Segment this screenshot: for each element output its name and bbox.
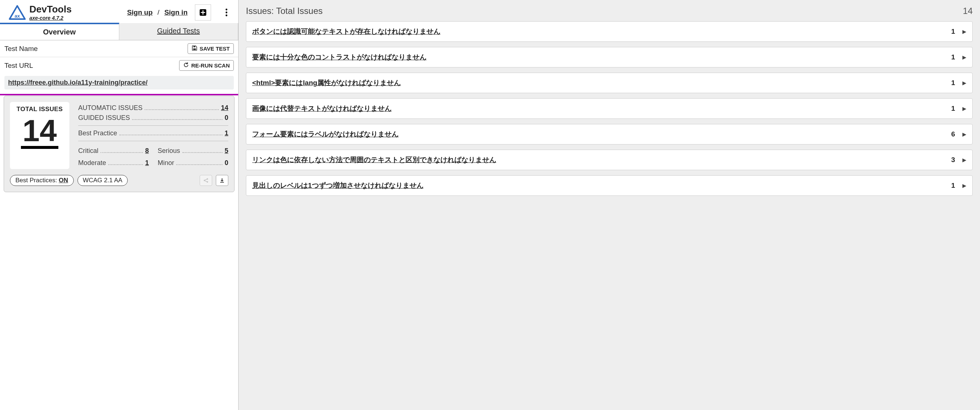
test-url-link[interactable]: https://freee.github.io/a11y-training/pr… xyxy=(8,79,148,86)
svg-point-9 xyxy=(207,181,208,183)
rerun-scan-label: RE-RUN SCAN xyxy=(191,62,230,68)
summary-footer: Best Practices: ON WCAG 2.1 AA xyxy=(10,175,228,186)
issue-count: 6 xyxy=(951,130,955,138)
guided-issues-label: GUIDED ISSUES xyxy=(78,114,130,122)
critical-label: Critical xyxy=(78,147,99,155)
svg-point-3 xyxy=(226,11,228,13)
auth-links: Sign up / Sign in xyxy=(127,8,188,16)
bp-toggle-state: ON xyxy=(59,177,68,184)
issue-title: 画像には代替テキストがなければなりません xyxy=(252,104,951,113)
minor-label: Minor xyxy=(158,159,174,167)
issue-title: フォーム要素にはラベルがなければなりません xyxy=(252,130,951,139)
left-pane: ax DevTools axe-core 4.7.2 Sign up / Sig… xyxy=(0,0,239,410)
chevron-right-icon: ▶ xyxy=(963,106,966,111)
issue-count: 1 xyxy=(951,104,955,112)
issue-count: 1 xyxy=(951,27,955,36)
axe-logo-icon: ax xyxy=(9,5,26,20)
issue-card[interactable]: 見出しのレベルは1つずつ増加させなければなりません1▶ xyxy=(246,175,973,196)
add-tab-button[interactable] xyxy=(195,5,211,21)
issues-header-count: 14 xyxy=(963,6,973,16)
issue-count: 1 xyxy=(951,53,955,61)
stats: AUTOMATIC ISSUES 14 GUIDED ISSUES 0 Best… xyxy=(78,102,228,169)
moderate-value[interactable]: 1 xyxy=(145,159,149,167)
best-practice-label: Best Practice xyxy=(78,130,117,137)
save-icon xyxy=(192,45,197,52)
bp-toggle-prefix: Best Practices: xyxy=(16,177,59,184)
svg-rect-5 xyxy=(193,48,196,50)
issue-title: ボタンには認識可能なテキストが存在しなければなりません xyxy=(252,27,951,36)
issue-count: 1 xyxy=(951,79,955,87)
issue-card[interactable]: フォーム要素にはラベルがなければなりません6▶ xyxy=(246,124,973,144)
test-name-label: Test Name xyxy=(5,45,38,53)
moderate-label: Moderate xyxy=(78,159,106,167)
issue-title: 見出しのレベルは1つずつ増加させなければなりません xyxy=(252,181,951,190)
refresh-icon xyxy=(183,62,189,69)
save-test-label: SAVE TEST xyxy=(200,46,230,52)
best-practices-toggle[interactable]: Best Practices: ON xyxy=(10,175,74,186)
summary-panel: TOTAL ISSUES 14 AUTOMATIC ISSUES 14 GUID… xyxy=(4,96,235,192)
test-name-row: Test Name SAVE TEST xyxy=(0,40,238,57)
chevron-right-icon: ▶ xyxy=(963,54,966,60)
rerun-scan-button[interactable]: RE-RUN SCAN xyxy=(179,60,234,71)
issues-header-label: Issues: Total Issues xyxy=(246,6,323,16)
automatic-issues-label: AUTOMATIC ISSUES xyxy=(78,104,142,112)
best-practice-value[interactable]: 1 xyxy=(224,130,228,137)
minor-value: 0 xyxy=(224,159,228,167)
chevron-right-icon: ▶ xyxy=(963,131,966,137)
test-url-label: Test URL xyxy=(5,62,33,70)
tabs: Overview Guided Tests xyxy=(0,23,238,40)
auth-separator: / xyxy=(158,8,159,16)
summary-wrap: TOTAL ISSUES 14 AUTOMATIC ISSUES 14 GUID… xyxy=(0,94,238,192)
issue-card[interactable]: ボタンには認識可能なテキストが存在しなければなりません1▶ xyxy=(246,21,973,42)
issues-list: ボタンには認識可能なテキストが存在しなければなりません1▶要素には十分な色のコン… xyxy=(246,21,973,196)
issue-title: リンクは色に依存しない方法で周囲のテキストと区別できなければなりません xyxy=(252,155,951,165)
issues-header: Issues: Total Issues 14 xyxy=(246,6,973,16)
sign-up-link[interactable]: Sign up xyxy=(127,8,153,16)
issue-card[interactable]: <html>要素にはlang属性がなければなりません1▶ xyxy=(246,73,973,93)
issue-card[interactable]: 画像には代替テキストがなければなりません1▶ xyxy=(246,98,973,119)
save-test-button[interactable]: SAVE TEST xyxy=(188,43,234,54)
issue-count: 3 xyxy=(951,156,955,164)
issue-card[interactable]: リンクは色に依存しない方法で周囲のテキストと区別できなければなりません3▶ xyxy=(246,150,973,170)
serious-value[interactable]: 5 xyxy=(224,147,228,155)
svg-rect-6 xyxy=(193,46,195,47)
serious-label: Serious xyxy=(158,147,180,155)
critical-value[interactable]: 8 xyxy=(145,147,149,155)
share-button xyxy=(200,175,212,186)
brand-title: DevTools xyxy=(29,4,72,15)
test-url-row: Test URL RE-RUN SCAN xyxy=(0,57,238,74)
total-issues-card: TOTAL ISSUES 14 xyxy=(10,102,69,169)
total-issues-value[interactable]: 14 xyxy=(21,115,58,149)
automatic-issues-value[interactable]: 14 xyxy=(221,104,228,112)
wcag-level-pill[interactable]: WCAG 2.1 AA xyxy=(78,175,128,186)
tab-overview[interactable]: Overview xyxy=(0,23,119,40)
brand: ax DevTools axe-core 4.7.2 xyxy=(9,4,72,21)
guided-issues-value: 0 xyxy=(224,114,228,122)
header: ax DevTools axe-core 4.7.2 Sign up / Sig… xyxy=(0,0,238,23)
brand-subtitle[interactable]: axe-core 4.7.2 xyxy=(29,15,72,21)
sign-in-link[interactable]: Sign in xyxy=(164,8,188,16)
chevron-right-icon: ▶ xyxy=(963,80,966,86)
total-issues-label: TOTAL ISSUES xyxy=(16,106,63,113)
svg-text:ax: ax xyxy=(15,13,20,19)
svg-point-4 xyxy=(226,14,228,16)
svg-point-2 xyxy=(226,8,228,10)
right-pane: Issues: Total Issues 14 ボタンには認識可能なテキストが存… xyxy=(239,0,980,410)
test-url-box: https://freee.github.io/a11y-training/pr… xyxy=(5,76,234,89)
download-button[interactable] xyxy=(216,175,228,186)
issue-card[interactable]: 要素には十分な色のコントラストがなければなりません1▶ xyxy=(246,47,973,68)
issue-count: 1 xyxy=(951,182,955,190)
svg-point-8 xyxy=(207,178,208,180)
chevron-right-icon: ▶ xyxy=(963,157,966,163)
issue-title: 要素には十分な色のコントラストがなければなりません xyxy=(252,52,951,62)
chevron-right-icon: ▶ xyxy=(963,183,966,188)
kebab-menu-button[interactable] xyxy=(218,5,235,21)
issue-title: <html>要素にはlang属性がなければなりません xyxy=(252,78,951,88)
chevron-right-icon: ▶ xyxy=(963,28,966,35)
tab-guided-tests[interactable]: Guided Tests xyxy=(119,23,239,40)
